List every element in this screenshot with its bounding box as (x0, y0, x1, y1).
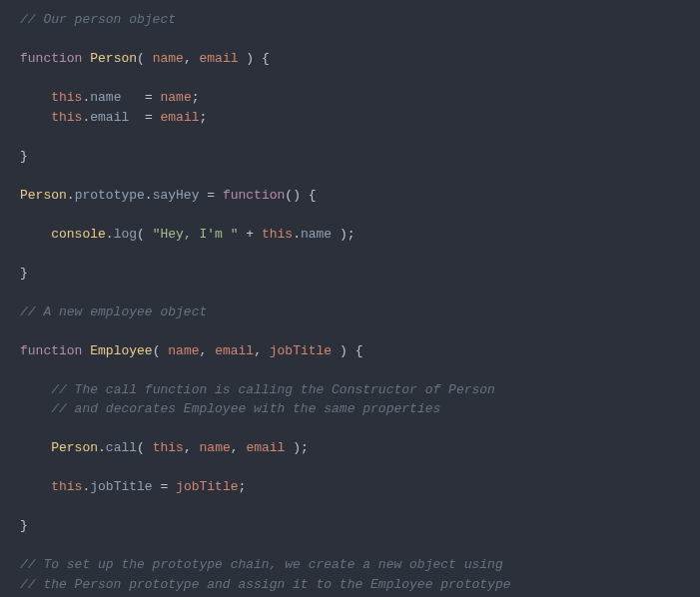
param-name: name (168, 343, 199, 358)
paren-open: ( (137, 227, 145, 242)
kw-function: function (20, 51, 82, 66)
op-eq: = (145, 110, 153, 125)
kw-this: this (153, 440, 184, 455)
brace-close: } (20, 266, 28, 281)
comma: , (184, 440, 192, 455)
param-email: email (200, 51, 239, 66)
kw-this: this (51, 479, 82, 494)
kw-this: this (51, 110, 82, 125)
op-eq: = (160, 479, 168, 494)
semi: ; (192, 90, 200, 105)
ident-email: email (246, 440, 285, 455)
op-eq: = (145, 90, 153, 105)
method-sayhey: sayHey (153, 188, 200, 203)
paren-open: ( (285, 188, 293, 203)
param-email: email (215, 343, 254, 358)
comma: , (184, 51, 192, 66)
comma: , (200, 343, 208, 358)
paren-close: ) (293, 188, 301, 203)
string-hey: "Hey, I'm " (153, 227, 239, 242)
ident-jobtitle: jobTitle (176, 479, 238, 494)
brace-open: { (309, 188, 317, 203)
prop-prototype: prototype (75, 188, 145, 203)
semi: ; (301, 440, 309, 455)
paren-close: ) (340, 227, 348, 242)
code-block: // Our person object function Person( na… (0, 0, 700, 597)
op-plus: + (246, 227, 254, 242)
paren-open: ( (153, 343, 161, 358)
dot: . (67, 188, 75, 203)
param-name: name (153, 51, 184, 66)
class-person: Person (20, 188, 67, 203)
semi: ; (348, 227, 355, 242)
semi: ; (239, 479, 247, 494)
prop-name: name (301, 227, 332, 242)
param-jobtitle: jobTitle (270, 343, 332, 358)
dot: . (293, 227, 301, 242)
kw-function: function (223, 188, 285, 203)
op-eq: = (207, 188, 215, 203)
dot: . (145, 188, 153, 203)
comment-line: // the Person prototype and assign it to… (20, 577, 510, 592)
comment-line: // and decorates Employee with the same … (51, 401, 440, 416)
class-employee: Employee (90, 343, 152, 358)
brace-close: } (20, 518, 28, 533)
dot: . (98, 440, 106, 455)
class-person: Person (51, 440, 98, 455)
brace-open: { (262, 51, 270, 66)
prop-name: name (90, 90, 121, 105)
brace-close: } (20, 149, 28, 164)
paren-close: ) (340, 343, 348, 358)
paren-close: ) (246, 51, 254, 66)
kw-this: this (262, 227, 293, 242)
prop-jobtitle: jobTitle (90, 479, 152, 494)
semi: ; (200, 110, 208, 125)
ident-email: email (161, 110, 200, 125)
comment-line: // The call function is calling the Cons… (51, 382, 495, 397)
brace-open: { (355, 343, 363, 358)
ident-name: name (161, 90, 192, 105)
comma: , (231, 440, 239, 455)
kw-this: this (51, 90, 82, 105)
kw-function: function (20, 343, 82, 358)
obj-console: console (51, 227, 106, 242)
paren-open: ( (137, 440, 145, 455)
method-log: log (114, 227, 137, 242)
class-person: Person (90, 51, 137, 66)
method-call: call (106, 440, 137, 455)
comment-line: // To set up the prototype chain, we cre… (20, 557, 503, 572)
dot: . (106, 227, 114, 242)
comment-line: // A new employee object (20, 304, 207, 319)
comma: , (254, 343, 262, 358)
prop-email: email (90, 110, 129, 125)
paren-open: ( (137, 51, 145, 66)
ident-name: name (200, 440, 231, 455)
paren-close: ) (293, 440, 301, 455)
comment-line: // Our person object (20, 12, 176, 27)
